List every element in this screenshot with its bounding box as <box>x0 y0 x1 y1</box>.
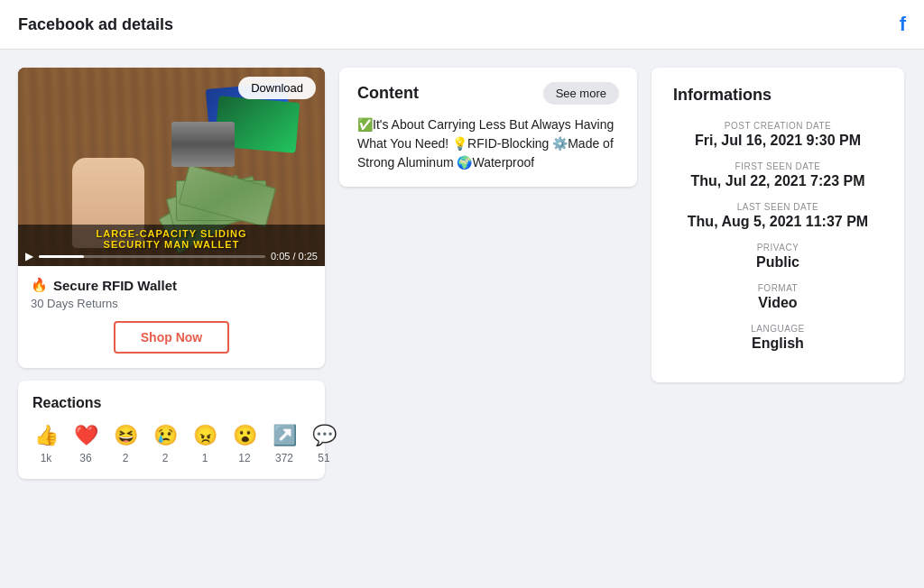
language-label: LANGUAGE <box>673 324 882 334</box>
ad-card: LARGE-CAPACITY SLIDING SECURITY MAN WALL… <box>18 68 325 368</box>
first-seen-date-value: Thu, Jul 22, 2021 7:23 PM <box>673 173 882 189</box>
video-bottom-bar: LARGE-CAPACITY SLIDING SECURITY MAN WALL… <box>18 225 325 266</box>
reaction-haha-count: 2 <box>123 452 129 464</box>
product-name: Secure RFID Wallet <box>53 278 177 293</box>
content-card: Content See more ✅It's About Carrying Le… <box>339 68 637 187</box>
video-overlay-text: LARGE-CAPACITY SLIDING <box>25 228 318 239</box>
video-progress-fill <box>39 255 84 258</box>
reaction-angry-emoji: 😠 <box>191 422 218 449</box>
play-icon[interactable]: ▶ <box>25 250 33 262</box>
content-header: Content See more <box>357 82 619 105</box>
content-title: Content <box>357 84 419 103</box>
reaction-sad-emoji: 😢 <box>152 422 179 449</box>
reaction-wow-emoji: 😮 <box>231 422 258 449</box>
see-more-button[interactable]: See more <box>543 82 619 105</box>
language-group: LANGUAGE English <box>673 324 882 352</box>
reaction-haha: 😆2 <box>112 422 139 464</box>
left-column: LARGE-CAPACITY SLIDING SECURITY MAN WALL… <box>18 68 325 479</box>
format-label: FORMAT <box>673 283 882 293</box>
page-header: Facebook ad details f <box>0 0 924 50</box>
reaction-share-emoji: ↗️ <box>271 422 298 449</box>
reaction-wow: 😮12 <box>231 422 258 464</box>
post-creation-date-value: Fri, Jul 16, 2021 9:30 PM <box>673 133 882 149</box>
reaction-angry-count: 1 <box>202 452 208 464</box>
video-controls: ▶ 0:05 / 0:25 <box>25 250 318 262</box>
reaction-wow-count: 12 <box>238 452 250 464</box>
reactions-title: Reactions <box>32 395 310 411</box>
privacy-value: Public <box>673 254 882 271</box>
video-container[interactable]: LARGE-CAPACITY SLIDING SECURITY MAN WALL… <box>18 68 325 266</box>
first-seen-date-group: FIRST SEEN DATE Thu, Jul 22, 2021 7:23 P… <box>673 161 882 189</box>
language-value: English <box>673 335 882 352</box>
reaction-comment: 💬51 <box>310 422 337 464</box>
privacy-label: PRIVACY <box>673 243 882 253</box>
reaction-share-count: 372 <box>275 452 293 464</box>
reactions-row: 👍1k❤️36😆2😢2😠1😮12↗️372💬51 <box>32 422 310 464</box>
reaction-angry: 😠1 <box>191 422 218 464</box>
informations-title: Informations <box>673 86 882 105</box>
video-overlay-text2: SECURITY MAN WALLET <box>25 239 318 250</box>
format-group: FORMAT Video <box>673 283 882 311</box>
first-seen-date-label: FIRST SEEN DATE <box>673 161 882 171</box>
reaction-love-emoji: ❤️ <box>72 422 99 449</box>
reaction-love-count: 36 <box>79 452 91 464</box>
main-content: LARGE-CAPACITY SLIDING SECURITY MAN WALL… <box>0 50 924 497</box>
video-time: 0:05 / 0:25 <box>271 251 318 262</box>
shop-now-button[interactable]: Shop Now <box>114 321 229 354</box>
video-progress[interactable] <box>39 255 265 258</box>
privacy-group: PRIVACY Public <box>673 243 882 271</box>
product-subtitle: 30 Days Returns <box>31 297 312 310</box>
content-text: ✅It's About Carrying Less But Always Hav… <box>357 115 619 172</box>
reaction-like-emoji: 👍 <box>32 422 60 449</box>
metal-wallet <box>171 122 235 167</box>
informations-card: Informations POST CREATION DATE Fri, Jul… <box>651 68 904 382</box>
last-seen-date-group: LAST SEEN DATE Thu, Aug 5, 2021 11:37 PM <box>673 202 882 230</box>
last-seen-date-value: Thu, Aug 5, 2021 11:37 PM <box>673 214 882 230</box>
product-title: 🔥 Secure RFID Wallet <box>31 277 312 293</box>
product-emoji: 🔥 <box>31 277 48 293</box>
reaction-love: ❤️36 <box>72 422 99 464</box>
facebook-icon: f <box>900 13 906 36</box>
reaction-comment-count: 51 <box>318 452 329 464</box>
reaction-share: ↗️372 <box>271 422 298 464</box>
download-button[interactable]: Download <box>238 77 316 99</box>
reaction-sad: 😢2 <box>152 422 179 464</box>
post-creation-date-group: POST CREATION DATE Fri, Jul 16, 2021 9:3… <box>673 121 882 149</box>
last-seen-date-label: LAST SEEN DATE <box>673 202 882 212</box>
ad-info: 🔥 Secure RFID Wallet 30 Days Returns Sho… <box>18 266 325 368</box>
reaction-comment-emoji: 💬 <box>310 422 337 449</box>
reaction-like-count: 1k <box>41 452 52 464</box>
page-title: Facebook ad details <box>18 15 173 34</box>
post-creation-date-label: POST CREATION DATE <box>673 121 882 131</box>
reaction-haha-emoji: 😆 <box>112 422 139 449</box>
reaction-like: 👍1k <box>32 422 60 464</box>
reactions-card: Reactions 👍1k❤️36😆2😢2😠1😮12↗️372💬51 <box>18 381 325 479</box>
reaction-sad-count: 2 <box>162 452 169 464</box>
format-value: Video <box>673 295 882 311</box>
